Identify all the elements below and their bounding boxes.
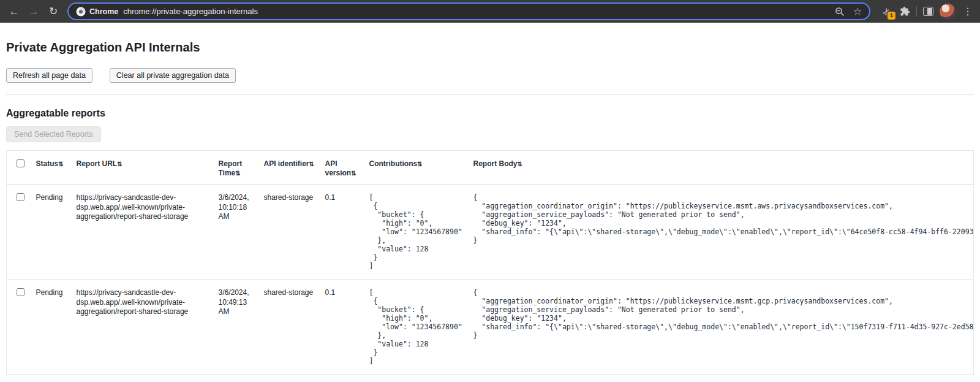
table-row: Pending https://privacy-sandcastle-dev-d… bbox=[7, 280, 974, 375]
sort-icon: ⇅ bbox=[518, 161, 522, 167]
url-text[interactable]: chrome://private-aggregation-internals bbox=[123, 7, 829, 16]
api-identifier-cell: shared-storage bbox=[264, 280, 325, 375]
api-version-cell: 0.1 bbox=[325, 185, 369, 280]
header-report-url[interactable]: Report URL⇅ bbox=[77, 151, 219, 185]
api-version-cell: 0.1 bbox=[325, 280, 369, 375]
report-body-cell: { "aggregation_coordinator_origin": "htt… bbox=[473, 185, 974, 280]
page-title: Private Aggregation API Internals bbox=[6, 40, 974, 55]
menu-kebab-icon[interactable]: ⋮ bbox=[962, 6, 974, 17]
header-report-time[interactable]: Report Time⇅ bbox=[219, 151, 264, 185]
sort-icon: ⇅ bbox=[417, 161, 422, 167]
header-contributions[interactable]: Contributions⇅ bbox=[369, 151, 473, 185]
chrome-chip-label: Chrome bbox=[89, 7, 118, 16]
chrome-logo-icon bbox=[76, 7, 86, 17]
header-api-identifier[interactable]: API identifier⇅ bbox=[264, 151, 325, 185]
contributions-cell: [ { "bucket": { "high": "0", "low": "123… bbox=[369, 185, 473, 280]
report-url-cell: https://privacy-sandcastle-dev-dsp.web.a… bbox=[77, 185, 219, 280]
sort-icon: ⇅ bbox=[351, 170, 356, 177]
contributions-json: [ { "bucket": { "high": "0", "low": "123… bbox=[369, 288, 469, 365]
chrome-chip: Chrome bbox=[76, 7, 118, 17]
aggregatable-reports-table: Status⇅ Report URL⇅ Report Time⇅ API ide… bbox=[6, 150, 974, 375]
report-time-cell: 3/6/2024, 10:10:18 AM bbox=[219, 185, 264, 280]
row-checkbox[interactable] bbox=[17, 193, 24, 201]
profile-avatar[interactable] bbox=[940, 4, 956, 20]
report-time-cell: 3/6/2024, 10:49:13 AM bbox=[219, 280, 264, 375]
toolbar-separator bbox=[916, 6, 917, 17]
report-url-cell: https://privacy-sandcastle-dev-dsp.web.a… bbox=[77, 280, 219, 375]
side-panel-icon[interactable] bbox=[923, 7, 933, 16]
sort-icon: ⇅ bbox=[58, 161, 63, 167]
select-all-checkbox[interactable] bbox=[17, 159, 24, 167]
scissors-extension-icon[interactable]: ✂ 1 bbox=[879, 4, 894, 20]
divider bbox=[6, 94, 974, 95]
table-row: Pending https://privacy-sandcastle-dev-d… bbox=[7, 185, 974, 280]
report-body-json: { "aggregation_coordinator_origin": "htt… bbox=[473, 193, 974, 245]
sort-icon: ⇅ bbox=[235, 170, 240, 177]
header-report-body[interactable]: Report Body⇅ bbox=[473, 151, 974, 185]
contributions-json: [ { "bucket": { "high": "0", "low": "123… bbox=[369, 193, 469, 270]
clear-all-button[interactable]: Clear all private aggregation data bbox=[110, 68, 236, 83]
reload-icon[interactable]: ↻ bbox=[45, 4, 61, 20]
address-bar[interactable]: Chrome chrome://private-aggregation-inte… bbox=[67, 2, 870, 20]
extensions-puzzle-icon[interactable] bbox=[900, 6, 910, 17]
page-content: Private Aggregation API Internals Refres… bbox=[0, 40, 980, 375]
table-header-row: Status⇅ Report URL⇅ Report Time⇅ API ide… bbox=[7, 151, 974, 185]
browser-toolbar: ← → ↻ Chrome chrome://private-aggregatio… bbox=[0, 0, 980, 23]
status-cell: Pending bbox=[36, 185, 77, 280]
status-cell: Pending bbox=[36, 280, 77, 375]
refresh-all-button[interactable]: Refresh all page data bbox=[6, 68, 92, 83]
row-checkbox[interactable] bbox=[17, 288, 24, 296]
header-api-version[interactable]: API version⇅ bbox=[325, 151, 369, 185]
zoom-icon[interactable] bbox=[835, 7, 845, 17]
extension-badge: 1 bbox=[888, 12, 895, 20]
forward-icon[interactable]: → bbox=[26, 4, 42, 20]
sort-icon: ⇅ bbox=[309, 161, 314, 167]
api-identifier-cell: shared-storage bbox=[264, 185, 325, 280]
section-title: Aggregatable reports bbox=[6, 108, 974, 119]
bookmark-star-icon[interactable]: ☆ bbox=[853, 6, 862, 17]
report-body-json: { "aggregation_coordinator_origin": "htt… bbox=[473, 288, 974, 340]
back-icon[interactable]: ← bbox=[6, 4, 22, 20]
sort-icon: ⇅ bbox=[117, 161, 122, 167]
contributions-cell: [ { "bucket": { "high": "0", "low": "123… bbox=[369, 280, 473, 375]
report-body-cell: { "aggregation_coordinator_origin": "htt… bbox=[473, 280, 974, 375]
header-status[interactable]: Status⇅ bbox=[36, 151, 77, 185]
send-selected-reports-button[interactable]: Send Selected Reports bbox=[6, 126, 101, 142]
